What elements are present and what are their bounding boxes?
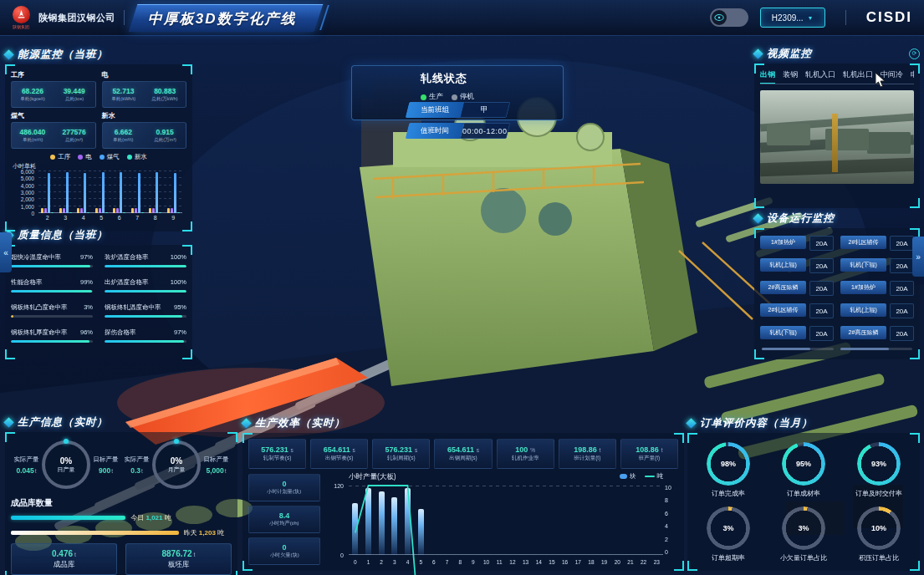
energy-card: 486.040单耗(m³/t)277576总耗(m³) — [11, 122, 96, 149]
card-label: 轧制周期(s) — [387, 455, 416, 462]
xtick-label: 4 — [82, 215, 85, 221]
quality-label: 探伤合格率 — [105, 328, 136, 337]
progress-track — [105, 315, 186, 318]
equipment-scrollbar-left[interactable] — [762, 348, 834, 350]
order-gauges: 98%订单完成率95%订单成材率93%订单及时交付率3%订单超期率3%小欠量订单… — [693, 439, 914, 562]
metric-value: 0.915 — [156, 128, 173, 136]
ytick-label: 0 — [31, 211, 34, 216]
panel-diamond-icon — [3, 49, 14, 60]
legend-item: 工序 — [50, 153, 70, 161]
bar-group — [77, 171, 89, 213]
legend-label: 新水 — [135, 153, 147, 161]
video-tab-电动热锯[interactable]: 电动热锯 — [911, 69, 914, 80]
line-legend-icon — [645, 476, 655, 477]
bar — [152, 208, 155, 213]
video-tab-中间冷[interactable]: 中间冷 — [881, 69, 903, 80]
bar — [87, 212, 89, 213]
xtick-label: 19 — [598, 559, 611, 565]
page-title-banner: 中厚板3D数字化产线 — [129, 4, 323, 32]
production-line-selector[interactable]: H2309... ▼ — [760, 8, 825, 28]
warehouse-stat-box: 0.476 t成品库 — [11, 543, 117, 575]
quality-percent: 96% — [80, 328, 93, 336]
xtick-label: 23 — [650, 559, 663, 565]
legend-dot-icon — [100, 155, 105, 160]
xtick-label: 22 — [637, 559, 651, 565]
legend-label: 块 — [630, 472, 636, 481]
energy-group: 煤气486.040单耗(m³/t)277576总耗(m³) — [11, 111, 96, 149]
progress-track — [11, 290, 93, 293]
card-unit: s — [289, 447, 294, 453]
status-legend-item: 生产 — [421, 92, 443, 102]
video-tab-出钢[interactable]: 出钢 — [760, 69, 775, 80]
card-value: 100 % — [515, 445, 535, 454]
quality-label: 钢板终轧厚度命中率 — [11, 328, 68, 337]
card-label: 班计划量(t) — [574, 455, 600, 462]
bar — [44, 208, 47, 213]
progress-track — [11, 315, 93, 318]
cisdi-logo: CISDI — [866, 9, 912, 26]
inventory-bar-row: 今日 1,021 吨 — [11, 513, 232, 522]
equipment-value: 20A — [809, 326, 834, 341]
bar — [156, 172, 158, 213]
legend-item: 新水 — [127, 153, 147, 161]
gauge-percent: 0% — [171, 456, 182, 466]
video-feed-decor — [832, 114, 838, 172]
production-gauge-ring: 0%日产量 — [42, 440, 90, 489]
progress-fill — [105, 315, 182, 318]
right-panel-collapse-tab[interactable]: » — [912, 237, 924, 277]
production-stat: 实际产量0.045t — [11, 455, 42, 475]
xtick-label: 0 — [349, 559, 362, 565]
metric-unit: 总耗(万kWh) — [151, 95, 177, 102]
panel-energy-monitoring: 能源监控（当班） 工序68.226单耗(kgce/t)39.449总耗(tce)… — [5, 48, 192, 223]
card-unit: s — [413, 447, 417, 453]
quality-label: 钢板终轧温度命中率 — [105, 303, 161, 312]
production-gauge-ring: 0%月产量 — [152, 440, 201, 489]
xtick-label: 10 — [480, 559, 493, 565]
xtick-label: 12 — [506, 559, 519, 565]
bar — [48, 173, 50, 213]
bar — [102, 172, 105, 213]
video-tab-装钢[interactable]: 装钢 — [783, 69, 798, 80]
xtick-label: 6 — [427, 559, 441, 565]
bar-legend-icon — [620, 474, 627, 479]
quality-item: 装炉温度合格率100% — [105, 253, 186, 267]
energy-metric: 80.883总耗(万kWh) — [144, 82, 186, 107]
equipment-scrollbar-right[interactable] — [840, 348, 912, 350]
equipment-value: 20A — [809, 258, 834, 273]
efficiency-panel-title: 生产效率（实时） — [255, 416, 345, 430]
left-panel-collapse-tab[interactable]: « — [0, 232, 12, 272]
efficiency-side-box: 0小时计划量(块) — [248, 474, 320, 501]
legend-label: 电 — [85, 153, 92, 161]
side-box-label: 小时均产(t/h) — [269, 520, 299, 527]
legend-label: 吨 — [657, 472, 664, 481]
quality-label: 装炉温度合格率 — [105, 253, 149, 262]
quality-item-head: 钢板终轧温度命中率95% — [105, 303, 186, 312]
equipment-value: 20A — [809, 236, 834, 251]
panel-production-info: 生产信息（实时） 实际产量0.045t0%日产量目标产量900t实际产量0.3t… — [5, 415, 237, 571]
visibility-toggle[interactable] — [710, 8, 748, 27]
donut-label: 小欠量订单占比 — [780, 553, 827, 562]
donut-percent: 3% — [782, 506, 825, 550]
video-feed[interactable] — [760, 90, 914, 184]
bar-group — [113, 171, 125, 213]
ytick-label: 1,000 — [21, 203, 34, 209]
quality-item: 探伤合格率97% — [105, 328, 186, 343]
line-status-title: 轧线状态 — [421, 71, 494, 86]
video-tab-轧机出口[interactable]: 轧机出口 — [843, 69, 873, 80]
legend-label: 工序 — [58, 153, 70, 161]
bar — [120, 172, 122, 213]
video-more-icon[interactable]: ⟳ — [909, 48, 920, 59]
equipment-name: 2#轧区辅传 — [840, 236, 886, 249]
equipment-value: 20A — [890, 281, 914, 296]
xtick-label: 1 — [362, 559, 375, 565]
bar-group — [167, 171, 180, 213]
card-unit: % — [528, 447, 535, 453]
bar — [116, 208, 119, 213]
status-ribbon-label: 当前班组 — [405, 102, 464, 118]
video-tab-轧机入口[interactable]: 轧机入口 — [805, 69, 835, 80]
bar — [138, 173, 140, 214]
energy-chart-xlabels: 23456789 — [38, 215, 182, 221]
top-header: 陕钢集团 陕钢集团汉钢公司 中厚板3D数字化产线 H2309... ▼ CISD… — [0, 0, 924, 36]
metric-value: 277576 — [62, 128, 85, 136]
xtick-label: 8 — [154, 215, 157, 221]
